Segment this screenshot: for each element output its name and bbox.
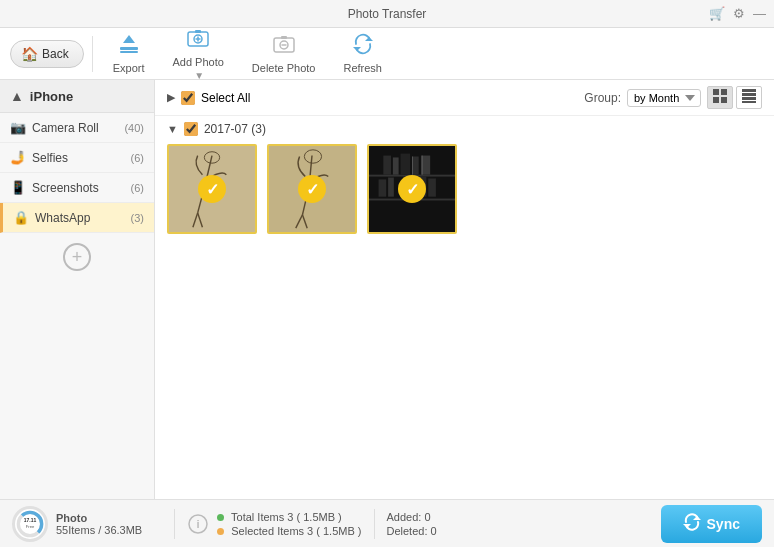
svg-rect-46	[422, 156, 423, 175]
sync-icon	[683, 513, 701, 535]
grid-icon	[713, 89, 727, 103]
refresh-button[interactable]: Refresh	[331, 29, 394, 78]
sidebar-item-screenshots[interactable]: 📱 Screenshots (6)	[0, 173, 154, 203]
back-label: Back	[42, 47, 69, 61]
content-toolbar: ▶ Select All Group: by Month by Day by Y…	[155, 80, 774, 116]
svg-rect-37	[383, 156, 391, 175]
add-album-section: +	[0, 233, 154, 281]
svg-rect-14	[713, 89, 719, 95]
export-button[interactable]: Export	[101, 29, 157, 78]
camera-roll-icon: 📷	[10, 120, 26, 135]
photo-group-2017-07: ▼ 2017-07 (3)	[155, 116, 774, 240]
photo-check-3: ✓	[398, 175, 426, 203]
content-area: ▶ Select All Group: by Month by Day by Y…	[155, 80, 774, 499]
svg-marker-12	[365, 37, 373, 41]
back-arrow-icon: 🏠	[21, 46, 38, 62]
svg-rect-47	[412, 157, 413, 175]
svg-marker-2	[123, 35, 135, 43]
svg-rect-0	[120, 47, 138, 50]
sidebar-item-camera-roll[interactable]: 📷 Camera Roll (40)	[0, 113, 154, 143]
selected-dot	[217, 528, 224, 535]
svg-rect-21	[742, 101, 756, 103]
svg-marker-13	[353, 47, 361, 51]
group-row: Group: by Month by Day by Year	[584, 86, 762, 109]
list-view-button[interactable]	[736, 86, 762, 109]
select-all-row: ▶ Select All	[167, 91, 250, 105]
group-title: 2017-07 (3)	[204, 122, 266, 136]
minimize-icon[interactable]: —	[753, 6, 766, 21]
photo-item-1[interactable]: ✓	[167, 144, 257, 234]
sync-button[interactable]: Sync	[661, 505, 762, 543]
sidebar-count-whatsapp: (3)	[131, 212, 144, 224]
titlebar: Photo Transfer 🛒 ⚙ —	[0, 0, 774, 28]
device-items-label: 55Items / 36.3MB	[56, 524, 142, 536]
expand-collapse-button[interactable]: ▶	[167, 91, 175, 104]
stats-section: i Total Items 3 ( 1.5MB ) Selected Items…	[187, 511, 361, 537]
group-label: Group:	[584, 91, 621, 105]
cart-icon[interactable]: 🛒	[709, 6, 725, 21]
toolbar-separator	[92, 36, 93, 72]
photo-item-3[interactable]: ✓	[367, 144, 457, 234]
toolbar: 🏠 Back Export Add Photo ▼	[0, 28, 774, 80]
grid-view-button[interactable]	[707, 86, 733, 109]
view-buttons	[707, 86, 762, 109]
group-checkbox[interactable]	[184, 122, 198, 136]
storage-circle: 17.11 Free	[12, 506, 48, 542]
svg-rect-16	[713, 97, 719, 103]
add-photo-icon	[187, 27, 209, 54]
total-dot	[217, 514, 224, 521]
device-name: iPhone	[30, 89, 73, 104]
sidebar-item-whatsapp[interactable]: 🔒 WhatsApp (3)	[0, 203, 154, 233]
add-album-button[interactable]: +	[63, 243, 91, 271]
svg-rect-45	[428, 178, 436, 196]
delete-photo-icon	[273, 33, 295, 60]
back-button[interactable]: 🏠 Back	[10, 40, 84, 68]
storage-text: Photo 55Items / 36.3MB	[56, 512, 142, 536]
svg-rect-19	[742, 93, 756, 96]
group-select[interactable]: by Month by Day by Year	[627, 89, 701, 107]
delete-photo-button[interactable]: Delete Photo	[240, 29, 328, 78]
sidebar-item-selfies[interactable]: 🤳 Selfies (6)	[0, 143, 154, 173]
added-label: Added: 0	[387, 511, 431, 523]
sidebar-label-screenshots: Screenshots	[32, 181, 131, 195]
svg-rect-17	[721, 97, 727, 103]
export-icon	[118, 33, 140, 60]
list-icon	[742, 89, 756, 103]
svg-rect-40	[412, 157, 419, 175]
selected-items-label: Selected Items 3 ( 1.5MB )	[231, 525, 361, 537]
sidebar-count-selfies: (6)	[131, 152, 144, 164]
device-type-label: Photo	[56, 512, 142, 524]
info-icon: i	[187, 513, 209, 535]
add-photo-button[interactable]: Add Photo ▼	[160, 23, 235, 85]
svg-rect-39	[401, 154, 411, 175]
whatsapp-lock-icon: 🔒	[13, 210, 29, 225]
svg-marker-55	[683, 524, 691, 528]
total-items-label: Total Items 3 ( 1.5MB )	[231, 511, 342, 523]
svg-rect-5	[195, 30, 201, 33]
sidebar-count-screenshots: (6)	[131, 182, 144, 194]
delta-column: Added: 0 Deleted: 0	[387, 511, 437, 537]
select-all-checkbox[interactable]	[181, 91, 195, 105]
svg-text:Free: Free	[26, 524, 35, 529]
statusbar: 17.11 Free Photo 55Items / 36.3MB i Tota…	[0, 499, 774, 547]
svg-text:i: i	[197, 518, 200, 530]
svg-rect-10	[281, 36, 287, 39]
selfies-icon: 🤳	[10, 150, 26, 165]
settings-icon[interactable]: ⚙	[733, 6, 745, 21]
svg-rect-1	[120, 51, 138, 53]
sidebar-count-camera-roll: (40)	[124, 122, 144, 134]
svg-rect-42	[379, 179, 387, 196]
svg-marker-54	[693, 516, 701, 520]
screenshots-icon: 📱	[10, 180, 26, 195]
photo-item-2[interactable]: ✓	[267, 144, 357, 234]
sync-label: Sync	[707, 516, 740, 532]
photo-check-2: ✓	[298, 175, 326, 203]
group-expand-button[interactable]: ▼	[167, 123, 178, 135]
sidebar-label-camera-roll: Camera Roll	[32, 121, 124, 135]
svg-rect-38	[393, 157, 399, 174]
deleted-label: Deleted: 0	[387, 525, 437, 537]
photo-check-1: ✓	[198, 175, 226, 203]
select-all-label: Select All	[201, 91, 250, 105]
refresh-icon	[352, 33, 374, 60]
app-title: Photo Transfer	[348, 7, 427, 21]
